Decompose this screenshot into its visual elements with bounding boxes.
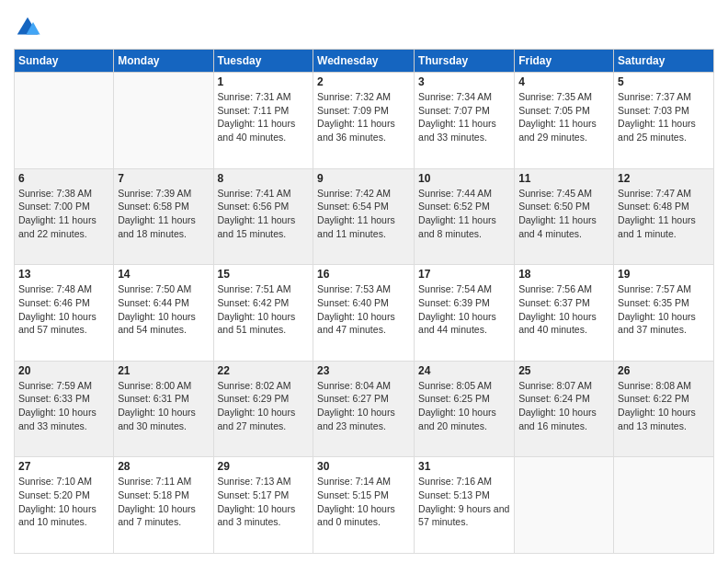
calendar-cell: 15Sunrise: 7:51 AM Sunset: 6:42 PM Dayli… — [213, 265, 313, 362]
day-number: 4 — [518, 75, 609, 88]
day-number: 6 — [18, 172, 109, 185]
calendar-cell — [15, 73, 114, 169]
day-number: 10 — [418, 172, 510, 185]
day-info: Sunrise: 7:56 AM Sunset: 6:37 PM Dayligh… — [518, 282, 609, 337]
logo-icon — [14, 14, 41, 41]
calendar-week-row: 6Sunrise: 7:38 AM Sunset: 7:00 PM Daylig… — [15, 168, 714, 265]
day-info: Sunrise: 7:10 AM Sunset: 5:20 PM Dayligh… — [18, 475, 109, 529]
calendar-cell: 17Sunrise: 7:54 AM Sunset: 6:39 PM Dayli… — [415, 265, 515, 362]
calendar-cell — [114, 73, 213, 169]
calendar-header-sunday: Sunday — [15, 50, 114, 73]
day-info: Sunrise: 7:54 AM Sunset: 6:39 PM Dayligh… — [418, 282, 510, 337]
day-number: 30 — [317, 460, 410, 473]
day-info: Sunrise: 7:53 AM Sunset: 6:40 PM Dayligh… — [317, 282, 410, 337]
day-number: 9 — [317, 172, 410, 185]
day-number: 14 — [118, 268, 209, 281]
day-number: 24 — [418, 364, 510, 377]
header — [14, 9, 714, 41]
calendar-cell: 4Sunrise: 7:35 AM Sunset: 7:05 PM Daylig… — [515, 73, 614, 169]
day-number: 7 — [118, 172, 209, 185]
day-number: 31 — [418, 460, 510, 473]
calendar-cell: 28Sunrise: 7:11 AM Sunset: 5:18 PM Dayli… — [114, 457, 213, 554]
day-info: Sunrise: 7:13 AM Sunset: 5:17 PM Dayligh… — [218, 475, 310, 529]
calendar-cell: 10Sunrise: 7:44 AM Sunset: 6:52 PM Dayli… — [415, 168, 515, 265]
calendar-cell: 19Sunrise: 7:57 AM Sunset: 6:35 PM Dayli… — [614, 265, 714, 362]
calendar-week-row: 20Sunrise: 7:59 AM Sunset: 6:33 PM Dayli… — [15, 361, 714, 457]
calendar-cell — [515, 457, 614, 554]
day-number: 26 — [618, 364, 710, 377]
calendar-header-row: SundayMondayTuesdayWednesdayThursdayFrid… — [15, 50, 714, 73]
day-number: 18 — [518, 268, 609, 281]
day-info: Sunrise: 7:57 AM Sunset: 6:35 PM Dayligh… — [618, 282, 710, 337]
calendar-cell: 2Sunrise: 7:32 AM Sunset: 7:09 PM Daylig… — [313, 73, 415, 169]
day-info: Sunrise: 7:48 AM Sunset: 6:46 PM Dayligh… — [18, 282, 109, 337]
day-info: Sunrise: 7:32 AM Sunset: 7:09 PM Dayligh… — [317, 90, 410, 144]
day-info: Sunrise: 7:44 AM Sunset: 6:52 PM Dayligh… — [418, 187, 510, 241]
day-number: 23 — [317, 364, 410, 377]
day-info: Sunrise: 8:00 AM Sunset: 6:31 PM Dayligh… — [118, 379, 209, 433]
day-number: 21 — [118, 364, 209, 377]
day-number: 15 — [218, 268, 310, 281]
day-info: Sunrise: 8:04 AM Sunset: 6:27 PM Dayligh… — [317, 379, 410, 433]
day-info: Sunrise: 7:50 AM Sunset: 6:44 PM Dayligh… — [118, 282, 209, 337]
calendar-cell: 8Sunrise: 7:41 AM Sunset: 6:56 PM Daylig… — [213, 168, 313, 265]
day-number: 25 — [518, 364, 609, 377]
day-number: 27 — [18, 460, 109, 473]
calendar-header-wednesday: Wednesday — [313, 50, 415, 73]
calendar-cell: 16Sunrise: 7:53 AM Sunset: 6:40 PM Dayli… — [313, 265, 415, 362]
calendar-header-friday: Friday — [515, 50, 614, 73]
day-number: 19 — [618, 268, 710, 281]
day-number: 2 — [317, 75, 410, 88]
calendar-cell: 6Sunrise: 7:38 AM Sunset: 7:00 PM Daylig… — [15, 168, 114, 265]
day-number: 1 — [218, 75, 310, 88]
day-info: Sunrise: 7:51 AM Sunset: 6:42 PM Dayligh… — [218, 282, 310, 337]
day-info: Sunrise: 7:35 AM Sunset: 7:05 PM Dayligh… — [518, 90, 609, 144]
day-info: Sunrise: 7:42 AM Sunset: 6:54 PM Dayligh… — [317, 187, 410, 241]
day-number: 8 — [218, 172, 310, 185]
calendar-header-monday: Monday — [114, 50, 213, 73]
calendar-cell: 18Sunrise: 7:56 AM Sunset: 6:37 PM Dayli… — [515, 265, 614, 362]
calendar-week-row: 13Sunrise: 7:48 AM Sunset: 6:46 PM Dayli… — [15, 265, 714, 362]
calendar-cell: 1Sunrise: 7:31 AM Sunset: 7:11 PM Daylig… — [213, 73, 313, 169]
day-number: 12 — [618, 172, 710, 185]
calendar-cell: 21Sunrise: 8:00 AM Sunset: 6:31 PM Dayli… — [114, 361, 213, 457]
calendar-cell: 11Sunrise: 7:45 AM Sunset: 6:50 PM Dayli… — [515, 168, 614, 265]
calendar-cell: 29Sunrise: 7:13 AM Sunset: 5:17 PM Dayli… — [213, 457, 313, 554]
page-container: SundayMondayTuesdayWednesdayThursdayFrid… — [0, 0, 728, 563]
calendar-cell — [614, 457, 714, 554]
calendar-cell: 13Sunrise: 7:48 AM Sunset: 6:46 PM Dayli… — [15, 265, 114, 362]
day-info: Sunrise: 8:02 AM Sunset: 6:29 PM Dayligh… — [218, 379, 310, 433]
day-number: 28 — [118, 460, 209, 473]
calendar-cell: 9Sunrise: 7:42 AM Sunset: 6:54 PM Daylig… — [313, 168, 415, 265]
day-info: Sunrise: 7:39 AM Sunset: 6:58 PM Dayligh… — [118, 187, 209, 241]
calendar-cell: 14Sunrise: 7:50 AM Sunset: 6:44 PM Dayli… — [114, 265, 213, 362]
day-info: Sunrise: 8:07 AM Sunset: 6:24 PM Dayligh… — [518, 379, 609, 433]
calendar-cell: 20Sunrise: 7:59 AM Sunset: 6:33 PM Dayli… — [15, 361, 114, 457]
calendar-cell: 25Sunrise: 8:07 AM Sunset: 6:24 PM Dayli… — [515, 361, 614, 457]
day-number: 11 — [518, 172, 609, 185]
calendar-header-saturday: Saturday — [614, 50, 714, 73]
calendar-header-tuesday: Tuesday — [213, 50, 313, 73]
day-info: Sunrise: 7:11 AM Sunset: 5:18 PM Dayligh… — [118, 475, 209, 529]
calendar-cell: 24Sunrise: 8:05 AM Sunset: 6:25 PM Dayli… — [415, 361, 515, 457]
calendar-cell: 30Sunrise: 7:14 AM Sunset: 5:15 PM Dayli… — [313, 457, 415, 554]
day-number: 29 — [218, 460, 310, 473]
calendar-table: SundayMondayTuesdayWednesdayThursdayFrid… — [14, 49, 714, 554]
day-info: Sunrise: 7:14 AM Sunset: 5:15 PM Dayligh… — [317, 475, 410, 529]
calendar-cell: 12Sunrise: 7:47 AM Sunset: 6:48 PM Dayli… — [614, 168, 714, 265]
calendar-cell: 5Sunrise: 7:37 AM Sunset: 7:03 PM Daylig… — [614, 73, 714, 169]
calendar-cell: 3Sunrise: 7:34 AM Sunset: 7:07 PM Daylig… — [415, 73, 515, 169]
day-number: 17 — [418, 268, 510, 281]
day-info: Sunrise: 8:08 AM Sunset: 6:22 PM Dayligh… — [618, 379, 710, 433]
day-info: Sunrise: 7:34 AM Sunset: 7:07 PM Dayligh… — [418, 90, 510, 144]
calendar-header-thursday: Thursday — [415, 50, 515, 73]
logo — [14, 14, 43, 41]
day-number: 3 — [418, 75, 510, 88]
day-info: Sunrise: 7:38 AM Sunset: 7:00 PM Dayligh… — [18, 187, 109, 241]
calendar-cell: 27Sunrise: 7:10 AM Sunset: 5:20 PM Dayli… — [15, 457, 114, 554]
day-number: 20 — [18, 364, 109, 377]
calendar-cell: 22Sunrise: 8:02 AM Sunset: 6:29 PM Dayli… — [213, 361, 313, 457]
day-number: 22 — [218, 364, 310, 377]
calendar-cell: 7Sunrise: 7:39 AM Sunset: 6:58 PM Daylig… — [114, 168, 213, 265]
day-info: Sunrise: 8:05 AM Sunset: 6:25 PM Dayligh… — [418, 379, 510, 433]
